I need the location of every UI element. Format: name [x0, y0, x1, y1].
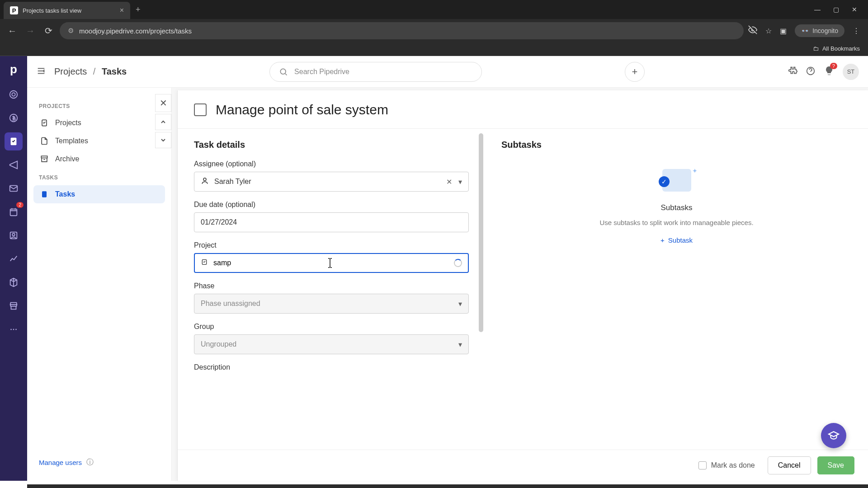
add-subtask-label: Subtask [668, 236, 693, 244]
back-button[interactable]: ← [5, 26, 19, 36]
sidebar-item-label: Tasks [55, 190, 75, 198]
assignee-value: Sarah Tyler [214, 178, 251, 186]
incognito-indicator[interactable]: 👓 Incognito [795, 24, 844, 37]
clipboard-icon [40, 118, 49, 127]
chevron-down-icon[interactable]: ▾ [458, 340, 462, 349]
subtasks-empty-desc: Use subtasks to split work into manageab… [599, 219, 753, 226]
prev-task-button[interactable] [155, 114, 171, 130]
address-bar[interactable]: ⚙ moodjoy.pipedrive.com/projects/tasks [60, 22, 744, 39]
breadcrumb-current: Tasks [102, 66, 127, 76]
all-bookmarks-button[interactable]: 🗀 All Bookmarks [813, 45, 860, 52]
breadcrumb-parent[interactable]: Projects [54, 66, 87, 76]
bookmark-star-icon[interactable]: ☆ [765, 27, 772, 35]
svg-point-9 [13, 329, 14, 330]
pipedrive-logo[interactable]: p [10, 62, 17, 76]
svg-point-10 [15, 329, 17, 330]
close-window-icon[interactable]: ✕ [852, 6, 857, 13]
document-icon [40, 136, 49, 145]
tab-close-icon[interactable]: × [120, 6, 124, 14]
subtasks-heading: Subtasks [501, 140, 852, 150]
reload-button[interactable]: ⟳ [42, 25, 55, 36]
chevron-down-icon[interactable]: ▾ [458, 300, 462, 308]
vrail-item-target[interactable] [5, 85, 23, 103]
eye-off-icon[interactable] [748, 25, 757, 36]
save-button[interactable]: Save [817, 456, 854, 474]
assignee-select[interactable]: Sarah Tyler ✕ ▾ [194, 172, 469, 192]
svg-rect-5 [10, 209, 17, 216]
clipboard-icon [40, 190, 49, 199]
folder-icon: 🗀 [813, 45, 819, 52]
person-icon [201, 177, 209, 187]
due-date-input[interactable]: 01/27/2024 [194, 212, 469, 232]
site-settings-icon[interactable]: ⚙ [68, 27, 74, 35]
group-select[interactable]: Ungrouped ▾ [194, 334, 469, 354]
due-date-value: 01/27/2024 [201, 218, 237, 226]
details-heading: Task details [194, 140, 469, 150]
vrail-item-more[interactable] [5, 320, 23, 338]
group-value: Ungrouped [201, 340, 236, 348]
minimize-icon[interactable]: — [814, 6, 821, 13]
sidebar-item-tasks[interactable]: Tasks [33, 185, 165, 203]
cancel-button[interactable]: Cancel [768, 456, 811, 474]
sidebar-footer: Manage users ⓘ [33, 458, 165, 472]
scrollbar-thumb[interactable] [479, 133, 483, 332]
vrail-item-campaigns[interactable] [5, 156, 23, 174]
tab-bar: P Projects tasks list view × + — ▢ ✕ [0, 0, 868, 19]
vrail-item-activities[interactable]: 2 [5, 203, 23, 221]
browser-tab[interactable]: P Projects tasks list view × [4, 2, 130, 19]
topbar: Projects / Tasks Search Pipedrive + ? ST [27, 56, 868, 88]
field-description: Description [194, 363, 469, 371]
topbar-right: ? ST [788, 64, 859, 80]
clear-icon[interactable]: ✕ [446, 178, 452, 186]
sidebar-item-templates[interactable]: Templates [33, 132, 165, 150]
svg-point-11 [280, 69, 286, 74]
help-fab[interactable] [821, 423, 846, 448]
plus-icon: + [660, 236, 665, 244]
svg-point-8 [10, 329, 12, 330]
url-right-icons: ☆ ▣ 👓 Incognito ⋮ [748, 24, 863, 37]
vrail-item-marketplace[interactable] [5, 297, 23, 315]
help-icon[interactable] [806, 66, 816, 78]
panel-icon[interactable]: ▣ [780, 27, 787, 35]
assignee-label: Assignee (optional) [194, 160, 469, 168]
tab-title: Projects tasks list view [23, 7, 115, 14]
sidebar-item-projects[interactable]: Projects [33, 114, 165, 132]
url-bar: ← → ⟳ ⚙ moodjoy.pipedrive.com/projects/t… [0, 19, 868, 42]
subtasks-illustration: ✦ ✓ [654, 165, 699, 197]
chevron-down-icon[interactable]: ▾ [458, 178, 462, 186]
panel-controls: ✕ [155, 94, 171, 148]
phase-select[interactable]: Phase unassigned ▾ [194, 294, 469, 314]
new-tab-button[interactable]: + [136, 5, 141, 14]
extensions-icon[interactable] [788, 66, 797, 78]
description-label: Description [194, 363, 469, 371]
forward-button[interactable]: → [24, 26, 37, 36]
vrail-item-products[interactable] [5, 273, 23, 291]
manage-users-link[interactable]: Manage users [39, 459, 82, 466]
maximize-icon[interactable]: ▢ [833, 6, 839, 13]
add-subtask-button[interactable]: + Subtask [660, 236, 693, 244]
sidebar-item-archive[interactable]: Archive [33, 150, 165, 168]
add-button[interactable]: + [625, 62, 645, 82]
search-input[interactable]: Search Pipedrive [269, 62, 482, 82]
user-avatar[interactable]: ST [843, 64, 859, 80]
subtasks-column: Subtasks ✦ ✓ Subtasks Use subtasks to sp… [485, 129, 868, 450]
vrail-item-deals[interactable] [5, 109, 23, 127]
browser-menu-icon[interactable]: ⋮ [853, 27, 860, 35]
collapse-sidebar-icon[interactable] [36, 66, 46, 78]
app-root: p 2 Projects / Tasks Search Pipedrive + [0, 56, 868, 481]
close-panel-button[interactable]: ✕ [155, 94, 171, 112]
mark-done-checkbox[interactable]: Mark as done [698, 461, 755, 469]
text-cursor-icon [327, 258, 333, 268]
task-details-column: Task details Assignee (optional) Sarah T… [178, 129, 485, 450]
info-icon[interactable]: ⓘ [86, 458, 94, 467]
vrail-item-contacts[interactable] [5, 226, 23, 244]
vrail-item-projects[interactable] [5, 132, 23, 150]
vrail-item-mail[interactable] [5, 179, 23, 197]
panel-body: Task details Assignee (optional) Sarah T… [178, 128, 868, 450]
quick-help-button[interactable]: ? [824, 66, 835, 78]
vrail-item-insights[interactable] [5, 250, 23, 268]
subtasks-empty-title: Subtasks [661, 203, 693, 212]
group-label: Group [194, 323, 469, 331]
next-task-button[interactable] [155, 132, 171, 148]
svg-point-0 [10, 91, 18, 99]
